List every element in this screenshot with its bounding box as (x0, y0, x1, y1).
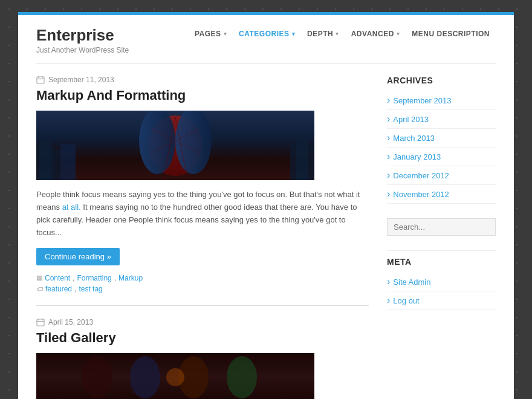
post-excerpt-1: People think focus means saying yes to t… (36, 189, 369, 239)
post-markup-formatting: September 11, 2013 Markup And Formatting (36, 63, 369, 306)
site-tagline: Just Another WordPress Site (36, 46, 129, 54)
continue-reading-button[interactable]: Continue reading » (36, 248, 120, 265)
list-item: March 2013 (387, 129, 496, 148)
content-area: September 11, 2013 Markup And Formatting (36, 63, 369, 399)
meta-divider (387, 250, 496, 251)
svg-point-26 (227, 356, 257, 398)
post-tags-1: 🏷 featured, test tag (36, 285, 369, 293)
archive-link-jan2013[interactable]: January 2013 (387, 151, 496, 162)
post-date-2: April 15, 2013 (48, 318, 93, 326)
svg-point-27 (166, 368, 184, 386)
spiderman-svg (36, 111, 314, 180)
post-featured-image-1 (36, 111, 314, 180)
archive-link-sep2013[interactable]: September 2013 (387, 95, 496, 106)
nav-item-advanced[interactable]: ADVANCED ▾ (345, 30, 406, 38)
post-categories-1: ▦ Content, Formatting, Markup (36, 274, 369, 282)
calendar-icon-2 (36, 318, 45, 326)
nav-item-menu-description[interactable]: MENU DESCRIPTION (406, 30, 496, 38)
list-item: April 2013 (387, 110, 496, 129)
post-tiled-gallery: April 15, 2013 Tiled Gallery (36, 306, 369, 399)
svg-point-23 (82, 356, 112, 398)
meta-widget: META Site Admin Log out (387, 250, 496, 310)
nav-item-categories[interactable]: CATEGORIES ▾ (233, 30, 301, 38)
site-header: Enterprise Just Another WordPress Site P… (18, 15, 514, 54)
archive-link-dec2012[interactable]: December 2012 (387, 170, 496, 181)
page-wrapper: Enterprise Just Another WordPress Site P… (18, 12, 514, 399)
archive-link-mar2013[interactable]: March 2013 (387, 132, 496, 143)
post-meta-2: April 15, 2013 (36, 318, 369, 326)
post-date-1: September 11, 2013 (48, 76, 114, 84)
category-link-formatting[interactable]: Formatting (77, 274, 111, 282)
svg-rect-6 (39, 141, 51, 180)
meta-list: Site Admin Log out (387, 273, 496, 310)
svg-rect-10 (296, 138, 308, 180)
archives-title: ARCHIVES (387, 76, 496, 85)
tag-icon: 🏷 (36, 285, 43, 293)
calendar-icon (36, 76, 45, 84)
main-layout: September 11, 2013 Markup And Formatting (18, 63, 514, 399)
list-item: November 2012 (387, 185, 496, 204)
archive-link-apr2013[interactable]: April 2013 (387, 114, 496, 125)
chevron-down-icon: ▾ (292, 31, 296, 37)
search-widget (387, 218, 496, 236)
meta-link-site-admin[interactable]: Site Admin (387, 276, 496, 287)
meta-link-log-out[interactable]: Log out (387, 295, 496, 306)
category-icon: ▦ (36, 274, 42, 282)
post-excerpt-link[interactable]: at all. (62, 203, 81, 212)
tag-link-test-tag[interactable]: test tag (79, 285, 102, 293)
sidebar: ARCHIVES September 2013 April 2013 March… (387, 63, 496, 399)
archive-link-nov2012[interactable]: November 2012 (387, 189, 496, 199)
avengers-svg (36, 353, 314, 399)
post-meta-1: September 11, 2013 (36, 76, 369, 84)
chevron-down-icon: ▾ (336, 31, 339, 37)
svg-rect-0 (37, 77, 44, 83)
post-title-1: Markup And Formatting (36, 88, 369, 103)
chevron-down-icon: ▾ (224, 31, 227, 37)
list-item: January 2013 (387, 148, 496, 166)
chevron-down-icon: ▾ (397, 31, 400, 37)
list-item: Site Admin (387, 273, 496, 291)
search-input[interactable] (387, 218, 496, 236)
list-item: September 2013 (387, 91, 496, 110)
category-link-markup[interactable]: Markup (118, 274, 143, 282)
svg-rect-8 (60, 144, 76, 180)
meta-title: META (387, 257, 496, 267)
post-title-2: Tiled Gallery (36, 330, 369, 346)
nav-item-pages[interactable]: PAGES ▾ (189, 30, 233, 38)
list-item: Log out (387, 291, 496, 310)
svg-point-13 (175, 111, 212, 174)
svg-point-12 (139, 111, 175, 174)
post-featured-image-2 (36, 353, 314, 399)
svg-rect-7 (51, 150, 60, 180)
list-item: December 2012 (387, 166, 496, 185)
tag-link-featured[interactable]: featured (45, 285, 72, 293)
site-branding: Enterprise Just Another WordPress Site (36, 26, 129, 54)
svg-rect-18 (37, 319, 44, 326)
svg-point-24 (130, 356, 160, 398)
category-link-content[interactable]: Content (45, 274, 70, 282)
archives-widget: ARCHIVES September 2013 April 2013 March… (387, 76, 496, 204)
nav-item-depth[interactable]: DEPTH ▾ (301, 30, 345, 38)
archives-list: September 2013 April 2013 March 2013 Jan… (387, 91, 496, 204)
site-nav: PAGES ▾ CATEGORIES ▾ DEPTH ▾ ADVANCED ▾ … (189, 26, 496, 38)
site-title: Enterprise (36, 26, 129, 45)
spiderman-image-bg (36, 111, 314, 180)
